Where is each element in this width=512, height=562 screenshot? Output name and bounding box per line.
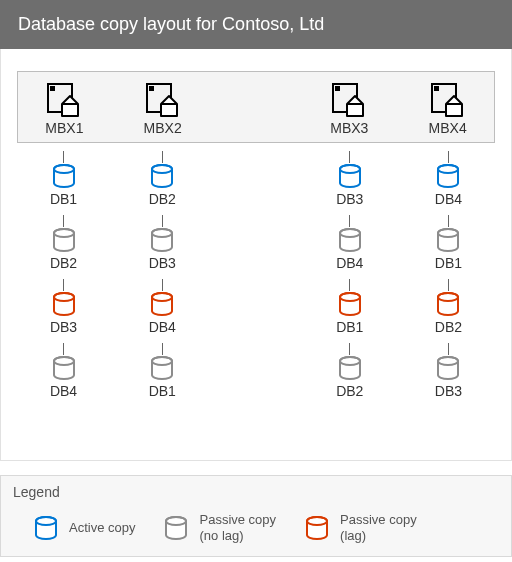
- database-icon: [315, 163, 384, 189]
- diagram-title: Database copy layout for Contoso, Ltd: [0, 0, 512, 49]
- db-copy: DB4: [29, 343, 98, 399]
- db-label: DB2: [29, 255, 98, 271]
- connector-line: [448, 343, 449, 355]
- legend-label: Passive copy(lag): [340, 512, 417, 543]
- diagram-canvas: MBX1 MBX2 MBX3 MBX4: [0, 49, 512, 461]
- database-icon: [128, 163, 197, 189]
- database-icon: [315, 291, 384, 317]
- db-copy: DB1: [414, 215, 483, 271]
- server-icon: [315, 82, 384, 118]
- db-label: DB2: [128, 191, 197, 207]
- legend-entry: Passive copy(lag): [304, 512, 417, 543]
- db-label: DB2: [414, 319, 483, 335]
- connector-line: [349, 343, 350, 355]
- connector-line: [349, 279, 350, 291]
- legend-entry: Active copy: [33, 515, 135, 541]
- db-label: DB4: [414, 191, 483, 207]
- db-label: DB4: [128, 319, 197, 335]
- database-icon: [315, 355, 384, 381]
- database-icon: [315, 227, 384, 253]
- legend-label: Passive copy(no lag): [199, 512, 276, 543]
- svg-rect-5: [335, 86, 340, 91]
- server-label: MBX4: [413, 120, 482, 136]
- connector-line: [63, 151, 64, 163]
- db-label: DB1: [315, 319, 384, 335]
- db-label: DB1: [128, 383, 197, 399]
- server-label: MBX3: [315, 120, 384, 136]
- svg-rect-3: [149, 86, 154, 91]
- db-copy: DB3: [315, 151, 384, 207]
- server-icon: [413, 82, 482, 118]
- connector-line: [349, 215, 350, 227]
- legend-entry: Passive copy(no lag): [163, 512, 276, 543]
- connector-line: [349, 151, 350, 163]
- db-copy: DB2: [414, 279, 483, 335]
- connector-line: [162, 215, 163, 227]
- legend-row: Active copy Passive copy(no lag) Passive…: [1, 500, 511, 543]
- connector-line: [448, 151, 449, 163]
- connector-line: [448, 279, 449, 291]
- db-column: DB3 DB4 DB1 DB2: [315, 143, 384, 399]
- database-icon: [414, 355, 483, 381]
- connector-line: [63, 215, 64, 227]
- connector-line: [162, 151, 163, 163]
- database-icon: [304, 515, 330, 541]
- database-icon: [128, 227, 197, 253]
- db-copy: DB4: [414, 151, 483, 207]
- database-icon: [128, 291, 197, 317]
- legend-title: Legend: [1, 476, 511, 500]
- db-label: DB1: [414, 255, 483, 271]
- db-column: DB2 DB3 DB4 DB1: [128, 143, 197, 399]
- connector-line: [63, 343, 64, 355]
- server-label: MBX2: [128, 120, 197, 136]
- db-copy: DB1: [315, 279, 384, 335]
- db-column: DB1 DB2 DB3 DB4: [29, 143, 98, 399]
- server-icon: [30, 82, 99, 118]
- server-col: MBX1: [30, 82, 99, 136]
- db-label: DB4: [315, 255, 384, 271]
- database-icon: [29, 291, 98, 317]
- database-icon: [414, 227, 483, 253]
- db-label: DB3: [315, 191, 384, 207]
- database-icon: [414, 291, 483, 317]
- database-icon: [163, 515, 189, 541]
- server-col: MBX2: [128, 82, 197, 136]
- svg-rect-7: [434, 86, 439, 91]
- server-label: MBX1: [30, 120, 99, 136]
- db-label: DB3: [414, 383, 483, 399]
- database-icon: [29, 227, 98, 253]
- server-icon: [128, 82, 197, 118]
- database-icon: [414, 163, 483, 189]
- db-copy: DB2: [128, 151, 197, 207]
- db-columns: DB1 DB2 DB3 DB4 DB2: [17, 143, 495, 399]
- db-label: DB2: [315, 383, 384, 399]
- connector-line: [63, 279, 64, 291]
- db-copy: DB4: [128, 279, 197, 335]
- db-copy: DB4: [315, 215, 384, 271]
- svg-rect-1: [50, 86, 55, 91]
- db-copy: DB2: [315, 343, 384, 399]
- db-copy: DB1: [29, 151, 98, 207]
- database-icon: [33, 515, 59, 541]
- database-icon: [29, 163, 98, 189]
- db-label: DB3: [29, 319, 98, 335]
- servers-group: MBX1 MBX2 MBX3 MBX4: [17, 71, 495, 143]
- connector-line: [162, 343, 163, 355]
- db-label: DB1: [29, 191, 98, 207]
- db-copy: DB3: [29, 279, 98, 335]
- db-copy: DB1: [128, 343, 197, 399]
- legend: Legend Active copy Passive copy(no lag) …: [0, 475, 512, 557]
- db-label: DB3: [128, 255, 197, 271]
- db-label: DB4: [29, 383, 98, 399]
- database-icon: [29, 355, 98, 381]
- database-icon: [128, 355, 197, 381]
- server-col: MBX4: [413, 82, 482, 136]
- legend-label: Active copy: [69, 520, 135, 536]
- db-copy: DB3: [128, 215, 197, 271]
- db-column: DB4 DB1 DB2 DB3: [414, 143, 483, 399]
- connector-line: [448, 215, 449, 227]
- db-copy: DB3: [414, 343, 483, 399]
- db-copy: DB2: [29, 215, 98, 271]
- server-col: MBX3: [315, 82, 384, 136]
- connector-line: [162, 279, 163, 291]
